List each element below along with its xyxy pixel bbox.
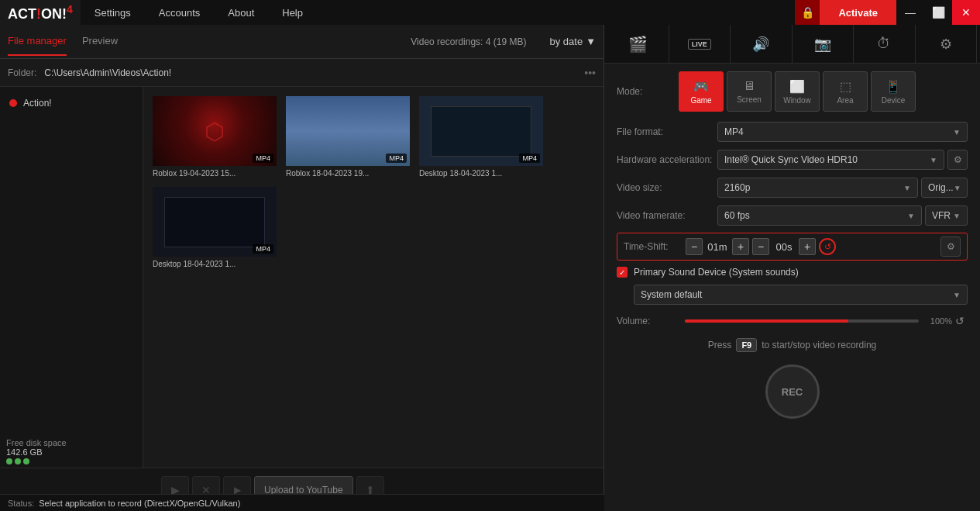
mode-game-button[interactable]: 🎮 Game: [679, 71, 724, 112]
tab-preview[interactable]: Preview: [82, 27, 118, 56]
timeshift-row: Time-Shift: − 01m + − 00s + ↺ ⚙: [617, 233, 968, 261]
timeshift-minus-seconds-button[interactable]: −: [752, 238, 769, 255]
audio-mode-button[interactable]: 🔊: [731, 25, 793, 64]
screenshot-mode-button[interactable]: 📷: [793, 25, 854, 64]
thumb-badge-3: MP4: [253, 244, 273, 254]
volume-row: Volume: 100% ↺: [617, 312, 968, 330]
nav-accounts[interactable]: Accounts: [145, 0, 214, 25]
audio-device-arrow-icon: ▼: [953, 291, 961, 299]
video-size-secondary-arrow-icon: ▼: [954, 184, 961, 192]
disk-value: 142.6 GB: [6, 447, 67, 457]
hardware-dropdown[interactable]: Intel® Quick Sync Video HDR10 ▼: [717, 150, 944, 170]
volume-reset-button[interactable]: ↺: [952, 313, 968, 329]
video-framerate-label: Video framerate:: [617, 210, 717, 221]
settings-area: Mode: 🎮 Game 🖥 Screen ⬜ Window: [604, 64, 980, 511]
audio-device-row: System default ▼: [634, 284, 968, 306]
timeshift-refresh-button[interactable]: ↺: [819, 238, 836, 255]
audio-device-control: System default ▼: [634, 285, 968, 305]
sidebar-dot-icon: [9, 99, 17, 107]
file-thumb-0[interactable]: MP4 Roblox 19-04-2023 15...: [153, 96, 277, 178]
volume-slider[interactable]: [685, 319, 919, 323]
close-button[interactable]: ✕: [952, 0, 980, 25]
timeshift-label: Time-Shift:: [624, 241, 686, 252]
video-size-arrow-icon: ▼: [903, 184, 911, 192]
mode-screen-icon: 🖥: [743, 79, 755, 93]
hardware-gear-button[interactable]: ⚙: [947, 150, 968, 170]
file-grid: MP4 Roblox 19-04-2023 15... MP4 Roblox 1…: [143, 87, 603, 468]
timer-mode-icon: ⏱: [877, 36, 891, 52]
file-format-label: File format:: [617, 126, 717, 137]
nav-about[interactable]: About: [214, 0, 268, 25]
sort-dropdown[interactable]: by date ▼: [549, 36, 596, 47]
mode-window-button[interactable]: ⬜ Window: [775, 71, 820, 112]
tab-file-manager[interactable]: File manager: [8, 27, 67, 56]
logo: ACT!ON!4: [0, 0, 81, 25]
mode-device-button[interactable]: 📱 Device: [871, 71, 916, 112]
mode-label: Mode:: [617, 86, 679, 97]
file-thumb-2[interactable]: MP4 Desktop 18-04-2023 1...: [419, 96, 543, 178]
disk-dot-2: [15, 458, 21, 464]
video-framerate-vfr-value: VFR: [932, 210, 951, 221]
maximize-button[interactable]: ⬜: [924, 0, 952, 25]
video-mode-button[interactable]: 🎬: [607, 25, 669, 64]
recordings-info: Video recordings: 4 (19 MB): [411, 36, 526, 47]
timeshift-controls: − 01m + − 00s + ↺ ⚙: [686, 237, 961, 257]
right-panel: 🎬 LIVE 🔊 📷 ⏱ ⚙ Mode:: [604, 25, 980, 511]
settings-icon: ⚙: [940, 36, 952, 53]
file-format-dropdown[interactable]: MP4 ▼: [717, 122, 968, 142]
sidebar-item-action[interactable]: Action!: [0, 93, 143, 113]
file-thumb-3[interactable]: MP4 Desktop 18-04-2023 1...: [153, 187, 277, 268]
hardware-gear-icon: ⚙: [954, 154, 962, 165]
minimize-button[interactable]: —: [896, 0, 924, 25]
video-size-dropdown[interactable]: 2160p ▼: [717, 178, 918, 198]
logo-text: ACT!ON!4: [8, 3, 73, 22]
folder-path: C:\Users\Admin\Videos\Action!: [44, 67, 584, 78]
audio-checkbox[interactable]: ✓: [617, 267, 628, 278]
audio-device-value: System default: [641, 289, 702, 300]
nav-help[interactable]: Help: [268, 0, 317, 25]
timeshift-plus-seconds-button[interactable]: +: [799, 238, 816, 255]
file-format-value: MP4: [724, 126, 744, 137]
settings-button[interactable]: ⚙: [916, 25, 978, 64]
content-area: Action! MP4 Roblox 19-04-2023 15... MP4: [0, 87, 603, 468]
mode-area-button[interactable]: ⬚ Area: [823, 71, 868, 112]
screenshot-mode-icon: 📷: [814, 36, 831, 53]
mode-screen-label: Screen: [737, 95, 762, 104]
video-mode-icon: 🎬: [628, 35, 648, 54]
timeshift-minus-minutes-button[interactable]: −: [686, 238, 703, 255]
tabs-bar: File manager Preview Video recordings: 4…: [0, 25, 603, 59]
file-thumb-1[interactable]: MP4 Roblox 18-04-2023 19...: [286, 96, 410, 178]
hardware-row: Hardware acceleration: Intel® Quick Sync…: [617, 149, 968, 171]
mode-device-icon: 📱: [885, 79, 901, 94]
nav-settings[interactable]: Settings: [81, 0, 145, 25]
rec-button[interactable]: REC: [765, 364, 820, 419]
thumb-title-0: Roblox 19-04-2023 15...: [153, 169, 277, 178]
thumb-badge-1: MP4: [386, 154, 407, 163]
timer-mode-button[interactable]: ⏱: [854, 25, 916, 64]
timeshift-plus-minutes-button[interactable]: +: [732, 238, 749, 255]
video-framerate-row: Video framerate: 60 fps ▼ VFR ▼: [617, 205, 968, 226]
video-size-secondary-value: Orig...: [928, 182, 954, 193]
titlebar-left: ACT!ON!4 Settings Accounts About Help: [0, 0, 317, 25]
video-framerate-vfr-dropdown[interactable]: VFR ▼: [925, 205, 968, 226]
mode-screen-button[interactable]: 🖥 Screen: [727, 71, 772, 112]
titlebar-right: 🔒 Activate — ⬜ ✕: [795, 0, 980, 25]
live-mode-button[interactable]: LIVE: [669, 25, 731, 64]
timeshift-gear-button[interactable]: ⚙: [940, 237, 961, 257]
video-size-row: Video size: 2160p ▼ Orig... ▼: [617, 177, 968, 199]
activate-button[interactable]: Activate: [820, 0, 896, 25]
thumb-img-3: MP4: [153, 187, 277, 257]
timeshift-minutes-value: 01m: [706, 241, 729, 253]
hardware-arrow-icon: ▼: [930, 156, 937, 164]
video-size-secondary-dropdown[interactable]: Orig... ▼: [921, 178, 968, 198]
video-framerate-dropdown[interactable]: 60 fps ▼: [717, 205, 922, 226]
status-text: Select application to record (DirectX/Op…: [39, 499, 240, 508]
audio-device-dropdown[interactable]: System default ▼: [634, 285, 968, 305]
volume-fill: [685, 319, 848, 323]
status-bar: Status: Select application to record (Di…: [0, 494, 604, 511]
thumb-img-0: MP4: [153, 96, 277, 166]
video-size-value: 2160p: [724, 182, 750, 193]
file-format-row: File format: MP4 ▼: [617, 121, 968, 143]
folder-options-button[interactable]: •••: [584, 67, 596, 79]
disk-indicator: [6, 458, 67, 464]
